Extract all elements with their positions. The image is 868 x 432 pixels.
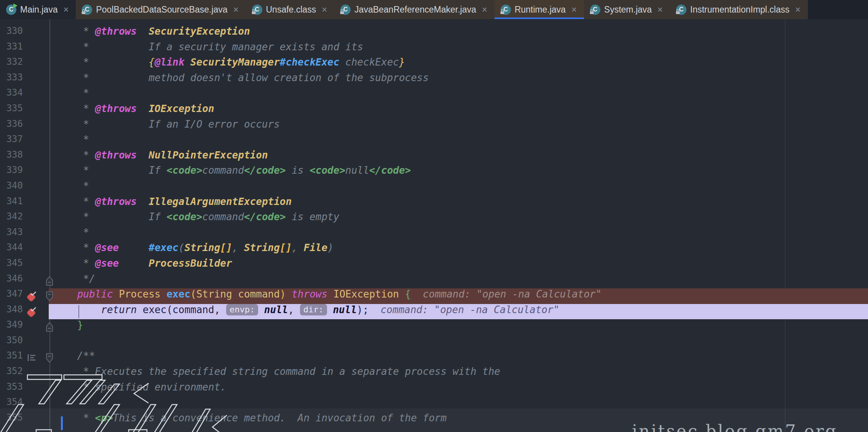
editor-tab-bar: CMain.java✕CPoolBackedDataSourceBase.jav…	[0, 0, 868, 19]
parameter-hint-badge: dir:	[300, 304, 327, 315]
lock-overlay-icon	[589, 9, 594, 16]
gutter[interactable]: 341	[0, 196, 49, 211]
code-line[interactable]: 340 *	[0, 180, 868, 196]
code-line[interactable]: 347 public Process exec(String command) …	[0, 288, 868, 304]
code-line[interactable]: 341 * @throws IllegalArgumentException	[0, 196, 868, 211]
code-line[interactable]: 346 */	[0, 273, 868, 289]
tab-close-icon[interactable]: ✕	[62, 5, 70, 14]
breakpoint-icon[interactable]	[27, 307, 37, 317]
code-line[interactable]: 349 }	[0, 319, 868, 335]
tab-close-icon[interactable]: ✕	[570, 5, 578, 14]
gutter[interactable]: 342	[0, 211, 49, 227]
code-text: * If <code>command</code> is <code>null<…	[53, 165, 868, 180]
gutter[interactable]: 349	[0, 319, 49, 335]
code-text: * @throws NullPointerException	[53, 149, 868, 165]
gutter[interactable]: 337	[0, 134, 49, 149]
line-number: 336	[0, 118, 23, 134]
code-line[interactable]: 348 return exec(command, envp: null, dir…	[0, 304, 868, 320]
gutter[interactable]: 346	[0, 273, 49, 289]
gutter[interactable]: 339	[0, 165, 49, 180]
gutter[interactable]: 334	[0, 87, 49, 103]
code-line[interactable]: 337 *	[0, 134, 868, 149]
gutter[interactable]: 330	[0, 26, 49, 41]
code-line[interactable]: 344 * @see #exec(String[], String[], Fil…	[0, 242, 868, 258]
tab-label: JavaBeanReferenceMaker.java	[354, 5, 476, 15]
code-line[interactable]: 333 * method doesn't allow creation of t…	[0, 72, 868, 88]
code-line[interactable]: 336 * If an I/O error occurs	[0, 118, 868, 134]
gutter[interactable]: 345	[0, 258, 49, 273]
line-number: 348	[0, 304, 23, 320]
gutter[interactable]: 332	[0, 56, 49, 72]
gutter[interactable]: 347	[0, 288, 49, 304]
gutter[interactable]: 331	[0, 41, 49, 57]
lock-overlay-icon	[340, 9, 345, 16]
gutter[interactable]: 335	[0, 103, 49, 118]
tab-close-icon[interactable]: ✕	[232, 5, 240, 14]
render-docs-icon[interactable]	[27, 353, 38, 364]
inline-debugger-hint: command: "open -na Calculator"	[369, 304, 559, 315]
gutter[interactable]: 348	[0, 304, 49, 320]
fold-handle-down[interactable]	[45, 291, 54, 302]
line-number: 335	[0, 103, 23, 118]
tab-system-java[interactable]: CSystem.java✕	[584, 0, 670, 19]
watermark-text: initsec blog.gm7.org	[632, 421, 838, 432]
tab-main-java[interactable]: CMain.java✕	[0, 0, 76, 19]
gutter[interactable]: 338	[0, 149, 49, 165]
code-editor[interactable]: 330 * @throws SecurityException331 * If …	[0, 19, 868, 432]
gutter[interactable]: 350	[0, 335, 49, 350]
gutter[interactable]: 336	[0, 118, 49, 134]
code-text: *	[53, 134, 868, 149]
java-class-icon: C	[501, 5, 511, 15]
code-line[interactable]: 343 *	[0, 227, 868, 242]
code-line[interactable]: 345 * @see ProcessBuilder	[0, 258, 868, 273]
fold-handle-up[interactable]	[45, 275, 54, 286]
code-line[interactable]: 339 * If <code>command</code> is <code>n…	[0, 165, 868, 180]
java-class-icon: C	[82, 5, 92, 15]
java-class-icon: C	[252, 5, 262, 15]
code-text: return exec(command, envp: null, dir: nu…	[53, 304, 868, 320]
fold-handle-down[interactable]	[45, 352, 54, 363]
code-line[interactable]: 331 * If a security manager exists and i…	[0, 41, 868, 57]
tab-unsafe-class[interactable]: CUnsafe.class✕	[246, 0, 335, 19]
code-text: }	[53, 319, 868, 335]
tab-close-icon[interactable]: ✕	[481, 5, 488, 14]
code-text: * @throws IllegalArgumentException	[53, 196, 868, 211]
tab-label: System.java	[604, 5, 652, 15]
tab-close-icon[interactable]: ✕	[321, 5, 328, 14]
lock-overlay-icon	[500, 9, 505, 16]
code-text: * @throws SecurityException	[53, 26, 868, 41]
code-text: public Process exec(String command) thro…	[53, 288, 868, 304]
tab-label: Unsafe.class	[266, 5, 316, 15]
line-number: 349	[0, 319, 23, 335]
gutter[interactable]: 343	[0, 227, 49, 242]
lock-overlay-icon	[251, 9, 256, 16]
lock-overlay-icon	[675, 9, 680, 16]
breakpoint-icon[interactable]	[27, 291, 37, 302]
gutter[interactable]: 351	[0, 350, 49, 366]
gutter[interactable]: 333	[0, 72, 49, 88]
line-number: 339	[0, 165, 23, 180]
line-number: 347	[0, 288, 23, 304]
code-text: * method doesn't allow creation of the s…	[53, 72, 868, 88]
line-number: 332	[0, 56, 23, 72]
code-line[interactable]: 350	[0, 335, 868, 350]
tab-javabeanreferencemaker-java[interactable]: CJavaBeanReferenceMaker.java✕	[334, 0, 495, 19]
code-line[interactable]: 351 /**	[0, 350, 868, 366]
tab-poolbackeddatasourcebase-java[interactable]: CPoolBackedDataSourceBase.java✕	[76, 0, 246, 19]
tab-close-icon[interactable]: ✕	[656, 5, 664, 14]
line-number: 340	[0, 180, 23, 196]
gutter[interactable]: 340	[0, 180, 49, 196]
code-line[interactable]: 334 *	[0, 87, 868, 103]
tab-close-icon[interactable]: ✕	[794, 5, 802, 14]
code-line[interactable]: 330 * @throws SecurityException	[0, 26, 868, 41]
code-line[interactable]: 335 * @throws IOException	[0, 103, 868, 118]
tab-instrumentationimpl-class[interactable]: CInstrumentationImpl.class✕	[670, 0, 808, 19]
code-line[interactable]: 338 * @throws NullPointerException	[0, 149, 868, 165]
fold-handle-up[interactable]	[45, 322, 54, 333]
code-line[interactable]: 332 * {@link SecurityManager#checkExec c…	[0, 56, 868, 72]
tab-label: Main.java	[20, 5, 57, 15]
code-line[interactable]: 342 * If <code>command</code> is empty	[0, 211, 868, 227]
gutter[interactable]: 344	[0, 242, 49, 258]
line-number: 341	[0, 196, 23, 211]
tab-runtime-java[interactable]: CRuntime.java✕	[495, 0, 584, 19]
